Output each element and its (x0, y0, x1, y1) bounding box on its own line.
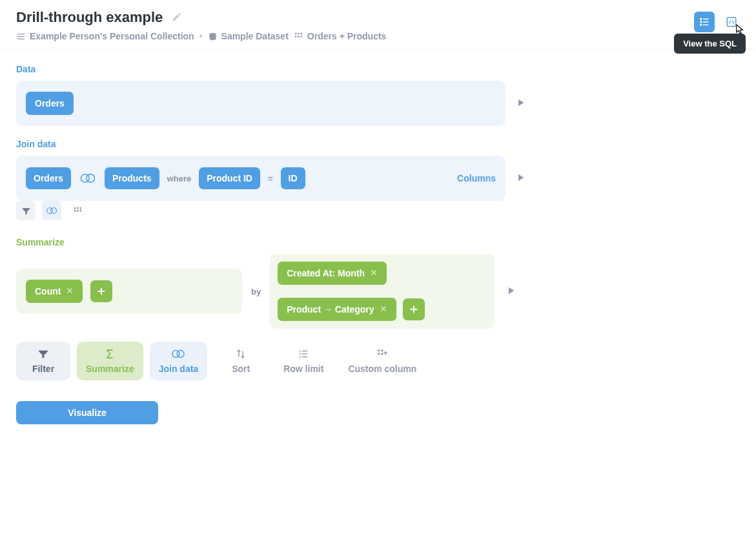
join-left-col-chip[interactable]: Product ID (199, 167, 260, 189)
edit-title-icon[interactable] (172, 12, 182, 24)
summarize-action-button[interactable]: Summarize (77, 342, 143, 380)
dimension-chip-0[interactable]: Created At: Month (278, 262, 387, 285)
sql-view-button[interactable] (721, 12, 742, 32)
svg-rect-4 (295, 36, 297, 37)
crumb-table[interactable]: Orders + Products (294, 31, 387, 41)
summarize-dimensions-block: Created At: Month Product → Category (270, 254, 495, 329)
svg-rect-11 (700, 24, 702, 26)
editor-icon (699, 16, 710, 28)
summarize-section-label: Summarize (16, 237, 526, 247)
custom-column-step-button[interactable] (68, 201, 87, 220)
aggregation-chip[interactable]: Count (26, 280, 83, 303)
svg-rect-10 (703, 21, 709, 23)
join-section-label: Join data (16, 139, 526, 149)
visualize-button[interactable]: Visualize (16, 401, 158, 424)
data-block: Orders (16, 81, 506, 126)
preview-data-button[interactable] (515, 97, 526, 110)
filter-step-button[interactable] (16, 201, 36, 220)
join-left-chip[interactable]: Orders (26, 167, 71, 189)
rowlimit-action-button[interactable]: Row limit (274, 342, 332, 380)
join-right-col-chip[interactable]: ID (281, 167, 305, 189)
add-aggregation-button[interactable] (90, 280, 112, 302)
grid-plus-icon (376, 348, 388, 360)
page-header: Drill-through example Example Person's P… (0, 0, 756, 50)
join-icon (170, 348, 186, 360)
sigma-icon (103, 348, 116, 360)
svg-rect-18 (74, 207, 76, 209)
svg-rect-21 (74, 210, 76, 212)
svg-rect-20 (79, 207, 81, 209)
join-step-button[interactable] (42, 201, 61, 220)
preview-join-button[interactable] (515, 172, 526, 185)
action-row: Filter Summarize Join data Sort Row limi… (16, 342, 526, 380)
preview-summarize-button[interactable] (505, 285, 516, 298)
tooltip-view-sql: View the SQL (674, 34, 746, 54)
filter-action-button[interactable]: Filter (16, 342, 70, 380)
svg-rect-34 (382, 353, 383, 355)
data-section-label: Data (16, 64, 526, 74)
by-label: by (251, 287, 261, 296)
editor-view-button[interactable] (694, 12, 715, 32)
svg-rect-1 (295, 32, 297, 34)
crumb-collection[interactable]: Example Person's Personal Collection (16, 31, 194, 41)
remove-dimension-1-icon[interactable] (380, 304, 387, 315)
svg-rect-3 (300, 32, 302, 34)
data-table-chip[interactable]: Orders (26, 92, 74, 115)
svg-point-27 (300, 353, 301, 355)
join-type-icon[interactable] (79, 171, 97, 185)
list-icon (298, 348, 309, 360)
summarize-aggregation-block: Count (16, 269, 242, 314)
svg-rect-31 (378, 349, 380, 351)
svg-rect-12 (703, 25, 709, 26)
svg-point-24 (178, 351, 185, 358)
svg-rect-8 (703, 19, 709, 20)
svg-rect-19 (77, 207, 79, 209)
sort-icon (235, 348, 247, 360)
page-title: Drill-through example (16, 9, 163, 26)
sql-icon (726, 16, 737, 28)
svg-rect-26 (302, 351, 307, 352)
svg-rect-2 (298, 32, 300, 34)
svg-rect-7 (700, 18, 702, 20)
svg-point-25 (300, 350, 301, 351)
svg-rect-22 (77, 210, 79, 212)
remove-aggregation-icon[interactable] (66, 286, 74, 296)
svg-rect-13 (727, 17, 736, 26)
svg-rect-5 (298, 36, 300, 37)
crumb-database[interactable]: Sample Dataset (208, 31, 289, 41)
separator-dot: • (199, 31, 203, 41)
svg-rect-32 (382, 349, 383, 351)
sort-action-button[interactable]: Sort (214, 342, 268, 380)
svg-point-17 (51, 208, 57, 214)
collection-icon (16, 32, 26, 41)
svg-rect-6 (300, 36, 302, 37)
breadcrumb: Example Person's Personal Collection • S… (16, 31, 740, 41)
remove-dimension-0-icon[interactable] (370, 268, 378, 278)
join-action-button[interactable]: Join data (150, 342, 207, 380)
equals-label: = (268, 174, 273, 183)
columns-link[interactable]: Columns (457, 173, 496, 183)
svg-point-15 (87, 174, 95, 183)
grid-icon (294, 32, 303, 41)
join-block: Orders Products where Product ID = ID Co… (16, 156, 506, 201)
svg-rect-33 (378, 353, 380, 355)
database-icon (208, 32, 218, 41)
where-label: where (167, 174, 192, 183)
customcolumn-action-button[interactable]: Custom column (339, 342, 425, 380)
svg-rect-30 (302, 357, 307, 358)
svg-rect-9 (700, 21, 702, 23)
dimension-chip-1[interactable]: Product → Category (278, 298, 396, 321)
svg-point-29 (300, 356, 301, 357)
svg-rect-28 (302, 353, 307, 355)
join-right-chip[interactable]: Products (105, 167, 159, 189)
add-dimension-button[interactable] (403, 298, 425, 320)
filter-icon (37, 348, 49, 360)
